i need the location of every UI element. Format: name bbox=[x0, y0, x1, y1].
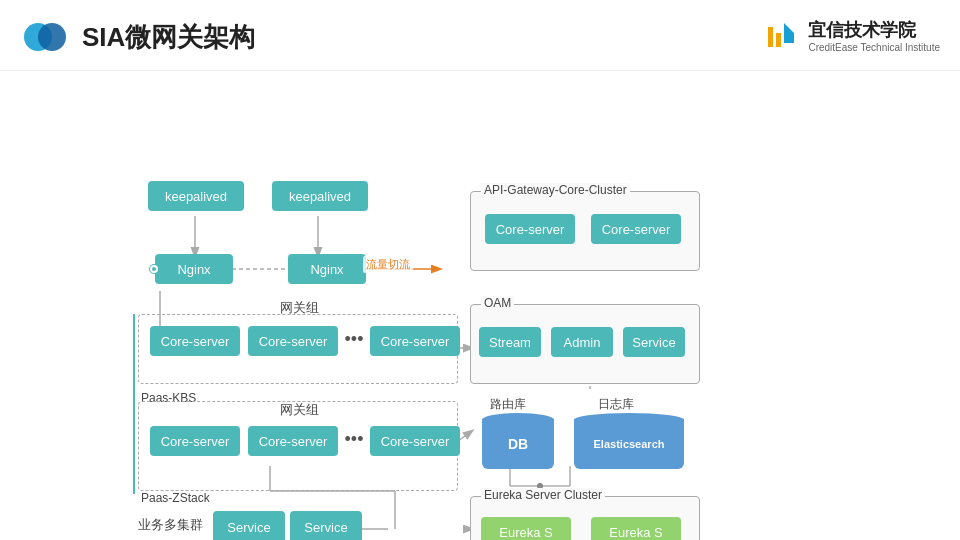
core-server-r2-3: Core-server bbox=[370, 426, 460, 456]
svg-marker-4 bbox=[784, 23, 794, 33]
service-2: Service bbox=[290, 511, 362, 540]
db-cylinder: DB bbox=[482, 411, 554, 471]
brand: 宜信技术学院 CreditEase Technical Institute bbox=[766, 19, 940, 55]
stream-box: Stream bbox=[479, 327, 541, 357]
svg-point-1 bbox=[38, 23, 66, 51]
api-core-server-2: Core-server bbox=[591, 214, 681, 244]
svg-rect-2 bbox=[768, 27, 773, 47]
brand-text: 宜信技术学院 CreditEase Technical Institute bbox=[808, 20, 940, 54]
svg-rect-5 bbox=[784, 33, 794, 43]
keepalived-1: keepalived bbox=[148, 181, 244, 211]
eureka-cluster-label: Eureka Server Cluster bbox=[481, 488, 605, 502]
header-left: SIA微网关架构 bbox=[20, 12, 255, 62]
page-title: SIA微网关架构 bbox=[82, 20, 255, 55]
header: SIA微网关架构 宜信技术学院 CreditEase Technical Ins… bbox=[0, 0, 960, 71]
oam-container: OAM Stream Admin Service bbox=[470, 304, 700, 384]
business-cluster-label: 业务多集群 bbox=[138, 516, 203, 534]
eureka-cluster-container: Eureka Server Cluster Eureka S Eureka S bbox=[470, 496, 700, 540]
eureka-1: Eureka S bbox=[481, 517, 571, 540]
flow-label: 流量切流 bbox=[363, 256, 413, 273]
paas-zstack-label: Paas-ZStack bbox=[138, 491, 213, 505]
gateway-group-2-label: 网关组 bbox=[280, 401, 319, 419]
diagram: keepalived keepalived Nginx Nginx 流量切流 A… bbox=[0, 71, 960, 540]
left-border-line bbox=[133, 314, 135, 494]
api-core-server-1: Core-server bbox=[485, 214, 575, 244]
nginx-1: Nginx bbox=[155, 254, 233, 284]
api-cluster-label: API-Gateway-Core-Cluster bbox=[481, 183, 630, 197]
brand-sub: CreditEase Technical Institute bbox=[808, 42, 940, 54]
core-server-r1-1: Core-server bbox=[150, 326, 240, 356]
oam-label: OAM bbox=[481, 296, 514, 310]
core-server-r2-1: Core-server bbox=[150, 426, 240, 456]
core-server-r2-2: Core-server bbox=[248, 426, 338, 456]
eureka-2: Eureka S bbox=[591, 517, 681, 540]
brand-icon bbox=[766, 19, 802, 55]
logo-icon bbox=[20, 12, 70, 62]
keepalived-2: keepalived bbox=[272, 181, 368, 211]
dots-row1: ••• bbox=[342, 324, 366, 354]
api-cluster-container: API-Gateway-Core-Cluster Core-server Cor… bbox=[470, 191, 700, 271]
core-server-r1-3: Core-server bbox=[370, 326, 460, 356]
service-oam-box: Service bbox=[623, 327, 685, 357]
brand-name: 宜信技术学院 bbox=[808, 20, 940, 42]
svg-rect-3 bbox=[776, 33, 781, 47]
core-server-r1-2: Core-server bbox=[248, 326, 338, 356]
service-1: Service bbox=[213, 511, 285, 540]
dots-row2: ••• bbox=[342, 424, 366, 454]
elasticsearch-cylinder: Elasticsearch bbox=[574, 411, 684, 471]
nginx-2: Nginx bbox=[288, 254, 366, 284]
admin-box: Admin bbox=[551, 327, 613, 357]
